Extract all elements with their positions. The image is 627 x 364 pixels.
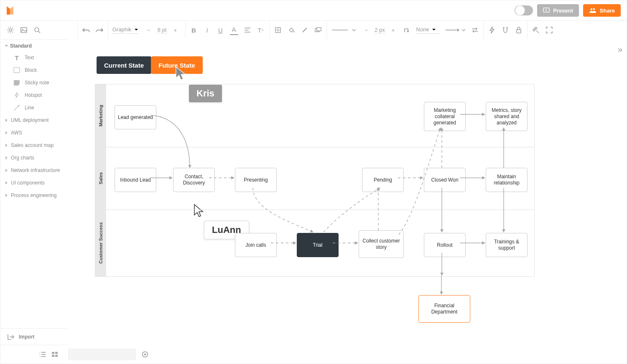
node-financial-department[interactable]: Financial Department: [418, 295, 470, 323]
node-join-calls[interactable]: Join calls: [235, 233, 277, 257]
lib-org[interactable]: Org charts: [0, 152, 67, 164]
grid-view-icon[interactable]: [51, 351, 58, 357]
redo-icon[interactable]: [95, 26, 104, 34]
lib-network[interactable]: Network infrastructure: [0, 164, 67, 177]
lane-marketing[interactable]: Marketing Lead generated Marketing colla…: [95, 84, 534, 147]
shape-style-icon[interactable]: [314, 26, 322, 34]
italic-icon[interactable]: I: [203, 26, 212, 34]
image-icon[interactable]: [20, 26, 28, 34]
magnet-icon[interactable]: [501, 26, 510, 34]
shape-line[interactable]: Line: [0, 101, 67, 114]
collab-toggle[interactable]: [515, 5, 533, 15]
node-closed-won[interactable]: Closed Won: [424, 168, 466, 192]
svg-rect-10: [317, 28, 321, 31]
node-trainings-support[interactable]: Trainings & support: [486, 233, 528, 257]
node-maintain-relationship[interactable]: Maintain relationship: [486, 168, 528, 192]
lib-process[interactable]: Process engineering: [0, 189, 67, 202]
bucket-icon[interactable]: [287, 26, 296, 34]
node-marketing-collateral[interactable]: Marketing collateral generated: [424, 102, 466, 131]
svg-rect-13: [52, 352, 54, 354]
standard-section[interactable]: Standard: [0, 39, 67, 51]
line-shape-select[interactable]: [404, 26, 411, 34]
svg-rect-12: [14, 68, 20, 73]
arrow-style-select[interactable]: [445, 26, 466, 34]
top-header: Present Share: [0, 0, 627, 21]
bold-icon[interactable]: B: [190, 26, 198, 34]
current-state-layer[interactable]: Current State: [97, 56, 151, 74]
swap-arrows-icon[interactable]: [471, 26, 479, 34]
future-state-layer[interactable]: Future State: [151, 56, 203, 74]
lane-sales[interactable]: Sales Inbound Lead Contact, Discovery Pr…: [95, 147, 534, 210]
list-view-icon[interactable]: [39, 351, 46, 357]
lane-customer-success[interactable]: Customer Success Join calls Trial Collec…: [95, 210, 534, 276]
lib-uml[interactable]: UML deployment: [0, 114, 67, 126]
shape-block[interactable]: Block: [0, 64, 67, 76]
bottom-bar: [0, 345, 627, 364]
add-page-icon[interactable]: [141, 350, 149, 359]
search-icon[interactable]: [33, 26, 41, 34]
share-label: Share: [600, 8, 615, 14]
font-family-select[interactable]: Graphik: [112, 26, 138, 34]
node-collect-story[interactable]: Collect customer story: [359, 230, 404, 258]
shapes-panel: Standard TText Block Sticky note Hotspot…: [0, 39, 68, 345]
svg-rect-14: [55, 352, 58, 354]
present-button[interactable]: Present: [537, 4, 579, 17]
shape-hotspot[interactable]: Hotspot: [0, 89, 67, 101]
share-button[interactable]: Share: [583, 4, 621, 17]
present-label: Present: [553, 8, 573, 14]
page-tab[interactable]: [68, 349, 136, 360]
align-icon[interactable]: [243, 26, 252, 34]
node-inbound-lead[interactable]: Inbound Lead: [115, 168, 156, 192]
svg-rect-15: [52, 355, 54, 357]
settings-icon[interactable]: [6, 26, 15, 34]
lock-icon[interactable]: [515, 26, 523, 34]
svg-point-8: [293, 31, 294, 33]
swimlane-container[interactable]: Marketing Lead generated Marketing colla…: [95, 84, 535, 277]
node-trial[interactable]: Trial: [297, 233, 339, 257]
line-endpoint-select[interactable]: None: [416, 26, 440, 34]
bolt-icon[interactable]: [488, 26, 496, 34]
node-rollout[interactable]: Rollout: [424, 233, 466, 257]
node-contact-discovery[interactable]: Contact, Discovery: [173, 168, 215, 192]
stroke-width-control[interactable]: − 2 px +: [361, 27, 399, 33]
node-pending[interactable]: Pending: [362, 168, 404, 192]
svg-point-3: [9, 29, 12, 31]
svg-point-5: [22, 29, 23, 30]
clear-format-icon[interactable]: T×: [257, 26, 265, 34]
node-metrics-story[interactable]: Metrics, story shared and analyzed: [486, 102, 528, 131]
wrench-icon[interactable]: [532, 26, 540, 34]
app-root: Present Share Graphik − 8 pt: [0, 0, 627, 364]
svg-rect-4: [21, 28, 27, 33]
collapse-right-icon[interactable]: »: [618, 45, 622, 54]
svg-point-6: [35, 28, 39, 32]
svg-rect-11: [517, 30, 521, 33]
undo-icon[interactable]: [82, 26, 90, 34]
lib-sales[interactable]: Sales account map: [0, 139, 67, 152]
line-style-select[interactable]: [331, 26, 356, 34]
arrow-to-financial: [438, 276, 444, 296]
node-lead-generated[interactable]: Lead generated: [115, 105, 156, 129]
font-size-control[interactable]: − 8 pt +: [143, 27, 181, 33]
expand-icon[interactable]: [545, 26, 553, 34]
shape-sticky-note[interactable]: Sticky note: [0, 76, 67, 89]
shape-text[interactable]: TText: [0, 51, 67, 64]
format-toolbar: Graphik − 8 pt + B I U A T× −: [0, 21, 627, 40]
text-color-icon[interactable]: A: [230, 25, 238, 35]
lucid-logo[interactable]: [6, 5, 14, 15]
lib-ui[interactable]: UI components: [0, 177, 67, 189]
svg-rect-16: [55, 355, 58, 357]
svg-point-1: [591, 8, 592, 10]
stroke-icon[interactable]: [301, 26, 309, 34]
lib-aws[interactable]: AWS: [0, 126, 67, 139]
underline-icon[interactable]: U: [217, 26, 225, 34]
svg-point-2: [593, 8, 595, 10]
node-presenting[interactable]: Presenting: [235, 168, 277, 192]
fill-icon[interactable]: [274, 26, 282, 34]
canvas[interactable]: » Current State Future State Kris LuAnn …: [67, 39, 627, 345]
